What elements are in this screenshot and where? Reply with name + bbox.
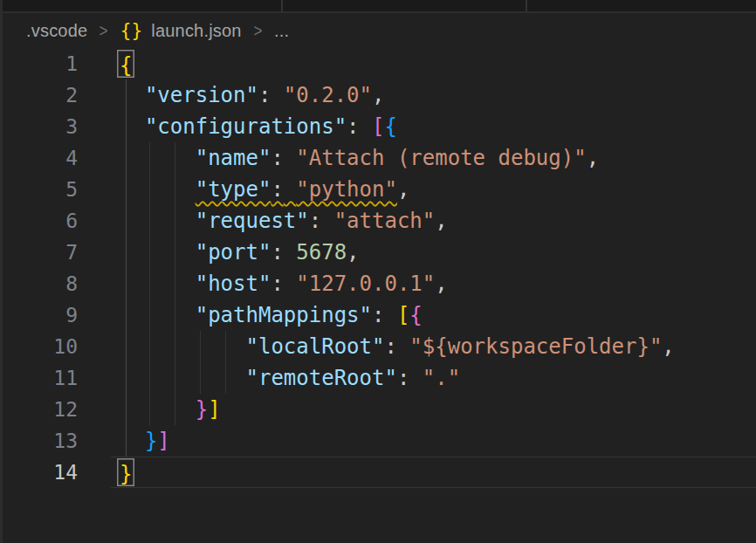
code-token bbox=[120, 177, 196, 202]
breadcrumb-file[interactable]: launch.json bbox=[151, 21, 241, 41]
code-token: ] bbox=[157, 429, 169, 453]
code-token: "127.0.0.1" bbox=[296, 272, 435, 296]
line-number[interactable]: 8 bbox=[0, 268, 78, 299]
code-line-6[interactable]: 6 "request": "attach", bbox=[0, 205, 756, 237]
code-token bbox=[284, 240, 296, 265]
code-line-7[interactable]: 7 "port": 5678, bbox=[0, 237, 756, 268]
line-number[interactable]: 13 bbox=[0, 425, 78, 457]
line-number[interactable]: 14 bbox=[0, 457, 78, 488]
code-content: { bbox=[78, 48, 132, 79]
tab-bar-edge bbox=[0, 0, 756, 13]
code-token: , bbox=[662, 334, 674, 359]
code-content: "type": "python", bbox=[78, 174, 409, 205]
code-token bbox=[384, 303, 396, 327]
code-token: , bbox=[372, 83, 384, 107]
code-token: { bbox=[409, 303, 422, 327]
code-token: , bbox=[347, 240, 359, 265]
code-line-8[interactable]: 8 "host": "127.0.0.1", bbox=[0, 268, 756, 299]
code-token: : bbox=[271, 146, 283, 170]
line-number[interactable]: 3 bbox=[0, 111, 78, 142]
breadcrumb-symbol-placeholder[interactable]: ... bbox=[274, 21, 289, 41]
code-token: "port" bbox=[196, 240, 271, 265]
code-token bbox=[120, 366, 246, 390]
current-line-highlight bbox=[111, 457, 756, 488]
code-token: : bbox=[397, 366, 409, 390]
code-token: "0.2.0" bbox=[284, 83, 372, 107]
chevron-right-icon: > bbox=[253, 20, 262, 41]
line-number[interactable]: 10 bbox=[0, 331, 78, 362]
code-token: [ bbox=[397, 303, 409, 327]
code-token: "${workspaceFolder}" bbox=[409, 334, 662, 359]
code-token bbox=[397, 334, 409, 359]
json-file-icon: {} bbox=[120, 20, 143, 41]
code-content: "version": "0.2.0", bbox=[78, 79, 384, 111]
code-content: } bbox=[78, 457, 132, 488]
code-line-1[interactable]: 1{ bbox=[0, 48, 756, 79]
code-token: } bbox=[145, 429, 157, 453]
code-content: "remoteRoot": "." bbox=[78, 362, 460, 394]
code-token: "remoteRoot" bbox=[246, 366, 397, 390]
code-line-4[interactable]: 4 "name": "Attach (remote debug)", bbox=[0, 142, 756, 174]
code-line-9[interactable]: 9 "pathMappings": [{ bbox=[0, 299, 756, 331]
code-line-5[interactable]: 5 "type": "python", bbox=[0, 174, 756, 205]
code-line-14[interactable]: 14} bbox=[0, 457, 756, 488]
code-content: "configurations": [{ bbox=[78, 111, 397, 142]
code-token bbox=[360, 114, 372, 139]
code-token: } bbox=[196, 397, 208, 422]
line-number[interactable]: 1 bbox=[0, 48, 78, 79]
code-token: "host" bbox=[196, 272, 271, 296]
code-token bbox=[120, 146, 196, 170]
code-token: "." bbox=[423, 366, 460, 390]
code-token: : bbox=[271, 240, 283, 265]
line-number[interactable]: 9 bbox=[0, 299, 78, 331]
line-number[interactable]: 7 bbox=[0, 237, 78, 268]
tab-divider bbox=[281, 0, 283, 11]
breadcrumb-folder[interactable]: .vscode bbox=[26, 21, 87, 41]
code-line-10[interactable]: 10 "localRoot": "${workspaceFolder}", bbox=[0, 331, 756, 362]
code-token: "request" bbox=[196, 209, 309, 233]
line-number[interactable]: 4 bbox=[0, 142, 78, 174]
code-token bbox=[120, 303, 196, 327]
code-line-2[interactable]: 2 "version": "0.2.0", bbox=[0, 79, 756, 111]
code-token: "name" bbox=[196, 146, 271, 170]
code-token: , bbox=[435, 209, 447, 233]
vscode-editor-window: .vscode > {} launch.json > ... 1{2 "vers… bbox=[0, 0, 756, 543]
code-content: "localRoot": "${workspaceFolder}", bbox=[78, 331, 675, 362]
code-token: "attach" bbox=[334, 209, 436, 233]
code-line-12[interactable]: 12 }] bbox=[0, 394, 756, 425]
code-content: "name": "Attach (remote debug)", bbox=[78, 142, 599, 174]
code-token bbox=[120, 272, 196, 296]
code-line-11[interactable]: 11 "remoteRoot": "." bbox=[0, 362, 756, 394]
code-token: 5678 bbox=[296, 240, 347, 265]
code-token: "configurations" bbox=[145, 114, 347, 139]
code-editor[interactable]: 1{2 "version": "0.2.0",3 "configurations… bbox=[0, 48, 756, 543]
line-number[interactable]: 12 bbox=[0, 394, 78, 425]
code-token bbox=[120, 83, 145, 107]
line-number[interactable]: 6 bbox=[0, 205, 78, 237]
code-token bbox=[321, 209, 333, 233]
code-token: { bbox=[384, 114, 396, 139]
code-token: "version" bbox=[145, 83, 258, 107]
line-number[interactable]: 11 bbox=[0, 362, 78, 394]
code-line-13[interactable]: 13 }] bbox=[0, 425, 756, 457]
breadcrumb: .vscode > {} launch.json > ... bbox=[0, 13, 756, 48]
code-content: }] bbox=[78, 425, 170, 457]
matched-bracket: { bbox=[117, 50, 134, 78]
tab-divider bbox=[526, 0, 527, 11]
code-line-3[interactable]: 3 "configurations": [{ bbox=[0, 111, 756, 142]
code-content: }] bbox=[78, 394, 221, 425]
code-token bbox=[120, 334, 246, 359]
code-token: : bbox=[258, 83, 271, 107]
code-content: "port": 5678, bbox=[78, 237, 360, 268]
code-token: , bbox=[397, 177, 409, 202]
line-number[interactable]: 5 bbox=[0, 174, 78, 205]
line-number[interactable]: 2 bbox=[0, 79, 78, 111]
code-token bbox=[409, 366, 422, 390]
code-token bbox=[271, 83, 283, 107]
code-content: "host": "127.0.0.1", bbox=[78, 268, 448, 299]
code-token bbox=[284, 272, 296, 296]
code-token: , bbox=[435, 272, 447, 296]
code-token: , bbox=[587, 146, 599, 170]
code-token bbox=[284, 177, 296, 202]
code-token: "type" bbox=[196, 177, 271, 202]
